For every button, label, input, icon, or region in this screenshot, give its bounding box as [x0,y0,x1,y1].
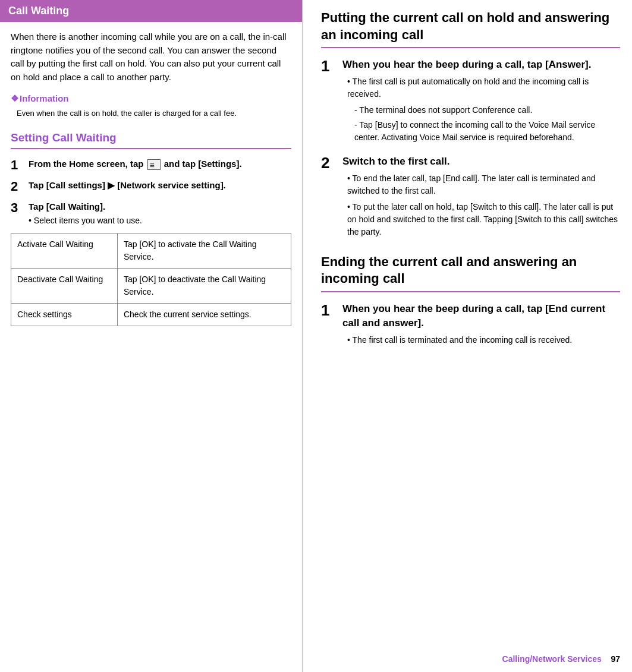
table-cell-activate-value: Tap [OK] to activate the Call Waiting Se… [117,233,291,268]
section-divider [11,148,291,149]
menu-icon [147,159,161,170]
right-ending-step-1-content: When you hear the beep during a call, ta… [342,302,620,350]
right-step-2-title: Switch to the first call. [342,154,620,169]
step-1-text: From the Home screen, tap and tap [Setti… [29,157,291,170]
step-3-num: 3 [11,200,29,216]
table-cell-deactivate-value: Tap [OK] to deactivate the Call Waiting … [117,268,291,303]
step-2-row: 2 Tap [Call settings] ▶ [Network service… [11,179,291,194]
page-footer: Calling/Network Services 97 [502,654,620,664]
right-step-1-content: When you hear the beep during a call, ta… [342,58,620,146]
right-step-1-sub-1: The terminal does not support Conference… [354,104,620,116]
right-ending-step-1-row: 1 When you hear the beep during a call, … [321,302,620,350]
step-2-text: Tap [Call settings] ▶ [Network service s… [29,179,291,191]
right-step-2-row: 2 Switch to the first call. To end the l… [321,154,620,242]
right-step-2-num: 2 [321,154,342,172]
right-column: Putting the current call on hold and ans… [303,0,632,672]
table-row-deactivate: Deactivate Call Waiting Tap [OK] to deac… [11,268,291,303]
setting-call-waiting-heading: Setting Call Waiting [11,131,291,144]
right-step-1-num: 1 [321,58,342,75]
table-cell-deactivate-label: Deactivate Call Waiting [11,268,118,303]
step-1-num: 1 [11,157,29,173]
ending-title: Ending the current call and answering an… [321,254,620,288]
info-title: Information [11,93,291,104]
right-ending-step-1-title: When you hear the beep during a call, ta… [342,302,620,330]
table-row-check: Check settings Check the current service… [11,303,291,326]
put-on-hold-title: Putting the current call on hold and ans… [321,10,620,43]
right-step-1-row: 1 When you hear the beep during a call, … [321,58,620,146]
info-section: Information Even when the call is on hol… [11,93,291,119]
right-step-2-content: Switch to the first call. To end the lat… [342,154,620,242]
right-divider-2 [321,291,620,292]
step-3-sub: • Select items you want to use. [29,215,291,227]
right-step-2-bullet-2: To put the later call on hold, tap [Swit… [347,201,620,238]
right-step-2-bullet-1: To end the later call, tap [End call]. T… [347,172,620,197]
intro-text: When there is another incoming call whil… [11,30,291,84]
right-step-1-title: When you hear the beep during a call, ta… [342,58,620,72]
step-2-num: 2 [11,179,29,194]
footer-label: Calling/Network Services [502,654,602,664]
footer-page-num: 97 [611,654,620,664]
info-bullet: Even when the call is on hold, the calle… [17,108,291,119]
table-cell-check-value: Check the current service settings. [117,303,291,326]
table-cell-check-label: Check settings [11,303,118,326]
table-row-activate: Activate Call Waiting Tap [OK] to activa… [11,233,291,268]
settings-table: Activate Call Waiting Tap [OK] to activa… [11,233,291,326]
right-step-1-sub-2: Tap [Busy] to connect the incoming call … [354,119,620,144]
step-3-row: 3 Tap [Call Waiting]. • Select items you… [11,200,291,227]
step-3-text: Tap [Call Waiting]. • Select items you w… [29,200,291,227]
table-cell-activate-label: Activate Call Waiting [11,233,118,268]
right-divider-1 [321,47,620,48]
right-step-1-bullet-1: The first call is put automatically on h… [347,75,620,100]
right-ending-step-1-num: 1 [321,302,342,319]
step-1-row: 1 From the Home screen, tap and tap [Set… [11,157,291,173]
call-waiting-header: Call Waiting [0,0,302,22]
right-ending-step-1-bullet-1: The first call is terminated and the inc… [347,334,620,346]
